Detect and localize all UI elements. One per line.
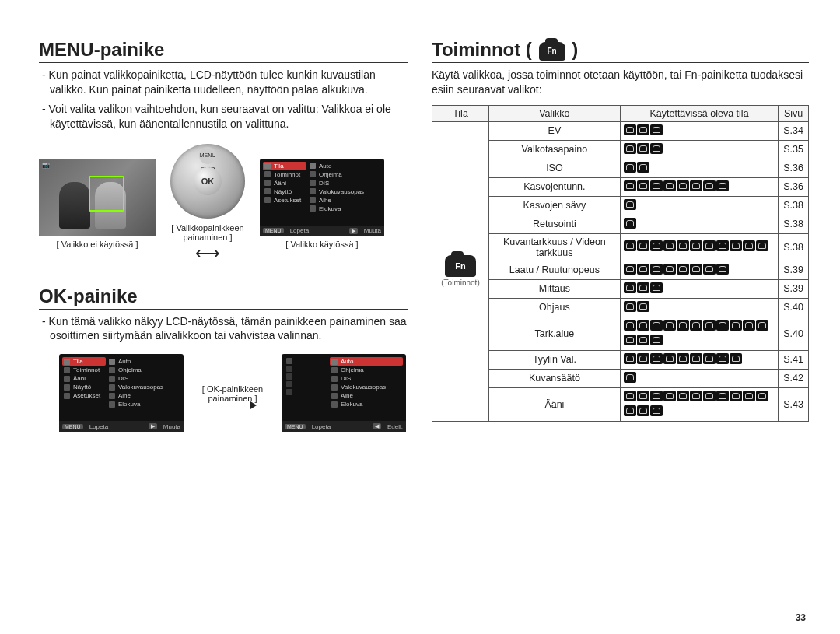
- fn-camera-icon: Fn: [445, 255, 476, 277]
- mode-icon: [743, 240, 755, 251]
- mode-dis-icon: [331, 376, 338, 382]
- menu-name-cell: EV: [489, 121, 621, 140]
- mode-icon: [637, 391, 649, 401]
- menu-item-auto: Auto: [319, 163, 331, 170]
- table-row: Laatu / RuutunopeusS.39: [432, 261, 809, 279]
- mode-icon: [650, 353, 663, 364]
- available-modes-cell: [620, 261, 778, 279]
- mode-program-icon: [310, 171, 316, 177]
- mode-icon: [624, 180, 636, 191]
- ok-button[interactable]: OK: [194, 167, 222, 195]
- mode-icon: [703, 320, 716, 331]
- caption-menu-on: Valikko käytössä: [260, 240, 384, 249]
- mode-icon: [650, 264, 663, 275]
- mode-icon: [650, 143, 663, 154]
- available-modes-cell: [620, 233, 778, 261]
- mode-icon: [624, 301, 636, 312]
- mode-icon: [624, 264, 636, 275]
- th-valikko: Valikko: [489, 105, 621, 121]
- page-ref-cell: S.38: [779, 233, 809, 261]
- menu-name-cell: ISO: [489, 159, 621, 177]
- mode-icon: [637, 124, 649, 135]
- page-ref-cell: S.39: [779, 261, 809, 279]
- menu-item-dis: DIS: [341, 375, 351, 382]
- back-pill-icon: ◀: [373, 423, 381, 429]
- display-icon: [64, 384, 70, 391]
- column-left: MENU-painike - Kun painat valikkopainike…: [39, 39, 408, 611]
- mode-icon: [650, 124, 663, 135]
- mode-icon: [637, 264, 649, 275]
- menu-item-opas: Valokuvausopas: [118, 384, 163, 391]
- th-kaytettavissa: Käytettävissä oleva tila: [620, 105, 778, 121]
- menu-name-cell: Retusointi: [489, 215, 621, 233]
- fig-lcd-menu-on: Tila Toiminnot Ääni Näyttö Asetukset Aut…: [260, 159, 384, 249]
- table-row: ISOS.36: [432, 159, 809, 177]
- menu-pill-icon: MENU: [263, 228, 284, 233]
- menu-item-aani: Ääni: [274, 180, 286, 187]
- available-modes-cell: [620, 317, 778, 350]
- mode-icon: [716, 353, 729, 364]
- menu-item-naytto: Näyttö: [274, 188, 292, 195]
- fn-table: Tila Valikko Käytettävissä oleva tila Si…: [432, 105, 809, 422]
- menu-button-icon[interactable]: MENU: [199, 147, 216, 164]
- menu-name-cell: Kasvojen sävy: [489, 196, 621, 215]
- page-ref-cell: S.38: [779, 215, 809, 233]
- mode-icon: [690, 353, 702, 364]
- caption-menu-off: Valikko ei käytössä: [39, 240, 156, 249]
- camera-icon: [264, 163, 271, 169]
- mode-scene-icon: [331, 393, 338, 399]
- mode-icon: [677, 391, 689, 401]
- menu-item-opas: Valokuvausopas: [319, 188, 364, 195]
- fn-camera-icon: Fn: [539, 42, 565, 61]
- mode-icon: [663, 391, 676, 401]
- mode-icon: [637, 162, 649, 173]
- para-menu-1: - Kun painat valikkopainiketta, LCD-näyt…: [39, 68, 408, 97]
- menu-item-naytto: Näyttö: [73, 384, 91, 391]
- para-menu-2: - Voit valita valikon vaihtoehdon, kun s…: [39, 102, 408, 131]
- menu-item-aihe: Aihe: [341, 392, 353, 399]
- bar-lopeta: Lopeta: [89, 423, 108, 430]
- caption-press-ok: OK-painikkeen painaminen: [198, 384, 268, 403]
- page-ref-cell: S.40: [779, 298, 809, 317]
- mode-icon: [650, 180, 663, 191]
- settings-icon: [64, 393, 70, 399]
- mode-icon: [637, 335, 649, 345]
- mode-dis-icon: [109, 376, 115, 382]
- menu-item-aihe: Aihe: [319, 197, 331, 204]
- available-modes-cell: [620, 121, 778, 140]
- page-number: 33: [796, 612, 806, 623]
- bar-lopeta: Lopeta: [312, 423, 331, 430]
- gear-icon: [264, 171, 271, 177]
- menu-pill-icon: MENU: [285, 424, 306, 429]
- mode-icon: [743, 391, 755, 401]
- mode-icon: [703, 353, 716, 364]
- mode-icon: [690, 264, 702, 275]
- table-row: Fn(Toiminnot)EVS.34: [432, 121, 809, 140]
- menu-item-ohjelma: Ohjelma: [118, 366, 142, 373]
- mode-cell: Fn(Toiminnot): [432, 121, 489, 421]
- mode-icon: [730, 240, 742, 251]
- available-modes-cell: [620, 387, 778, 421]
- mode-icon: [650, 405, 663, 416]
- mode-icon: [663, 240, 676, 251]
- mode-icon: [730, 353, 742, 364]
- mode-icon: [677, 353, 689, 364]
- menu-pill-icon: MENU: [62, 424, 83, 429]
- display-icon: [264, 188, 271, 194]
- menu-name-cell: Kuvansäätö: [489, 369, 621, 387]
- menu-name-cell: Mittaus: [489, 279, 621, 298]
- mode-icon: [624, 320, 636, 331]
- mode-icon: [703, 240, 716, 251]
- bar-edell: Edell.: [387, 423, 403, 430]
- mode-icon: [677, 264, 689, 275]
- mode-icon: [756, 240, 768, 251]
- th-tila: Tila: [432, 105, 489, 121]
- table-row: ValkotasapainoS.35: [432, 140, 809, 159]
- mode-icon: [637, 143, 649, 154]
- page-ref-cell: S.35: [779, 140, 809, 159]
- column-right: Toiminnot ( Fn ) Käytä valikkoa, jossa t…: [432, 39, 809, 611]
- menu-name-cell: Laatu / Ruutunopeus: [489, 261, 621, 279]
- mode-scene-icon: [310, 197, 316, 203]
- mode-icon: [716, 391, 729, 401]
- menu-item-auto: Auto: [118, 358, 131, 365]
